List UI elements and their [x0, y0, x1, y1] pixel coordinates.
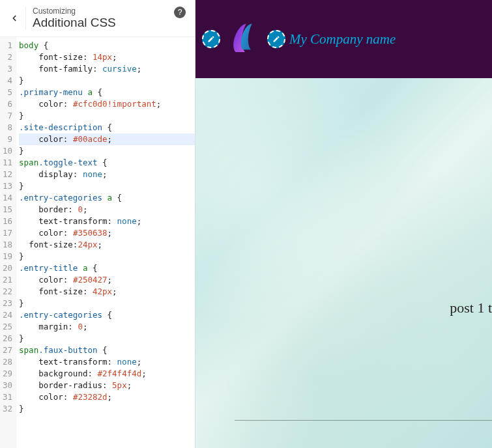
code-line[interactable]: margin: 0; [19, 321, 195, 333]
code-line[interactable]: } [19, 180, 195, 192]
code-line[interactable]: font-size: 42px; [19, 286, 195, 298]
post-divider [235, 420, 492, 421]
code-line[interactable]: font-size:24px; [19, 239, 195, 251]
code-line[interactable]: color: #23282d; [19, 391, 195, 403]
code-line[interactable]: span.toggle-text { [19, 157, 195, 169]
code-line[interactable]: } [19, 333, 195, 344]
line-gutter: 1234567891011121314151617181920212223242… [0, 37, 16, 448]
help-icon[interactable]: ? [174, 7, 186, 18]
code-line[interactable]: font-size: 14px; [19, 51, 195, 63]
code-line[interactable]: background: #2f4f4f4d; [19, 368, 195, 380]
panel-header: Customizing Additional CSS ? [0, 0, 195, 37]
code-line[interactable]: display: none; [19, 169, 195, 180]
site-title[interactable]: My Company name [289, 31, 396, 48]
code-line[interactable]: border-radius: 5px; [19, 380, 195, 391]
code-line[interactable]: body { [19, 40, 195, 51]
code-line[interactable]: } [19, 298, 195, 309]
code-lines[interactable]: body { font-size: 14px; font-family: cur… [16, 37, 195, 448]
code-line[interactable]: } [19, 251, 195, 262]
edit-shortcut-logo[interactable] [202, 30, 220, 48]
code-line[interactable]: .entry-categories a { [19, 192, 195, 204]
code-line[interactable]: color: #00acde; [19, 133, 195, 145]
code-line[interactable]: font-family: cursive; [19, 63, 195, 75]
code-line[interactable]: } [19, 75, 195, 87]
post-title[interactable]: post 1 t [450, 300, 492, 316]
code-line[interactable]: .site-description { [19, 122, 195, 133]
breadcrumb-label: Customizing [33, 7, 186, 16]
code-line[interactable]: text-transform: none; [19, 356, 195, 368]
edit-shortcut-title[interactable] [267, 30, 285, 48]
site-logo[interactable] [224, 20, 263, 59]
code-line[interactable]: border: 0; [19, 204, 195, 216]
code-line[interactable]: text-transform: none; [19, 216, 195, 227]
preview-body: post 1 t [195, 78, 492, 448]
back-button[interactable] [3, 7, 26, 30]
code-editor[interactable]: 1234567891011121314151617181920212223242… [0, 37, 195, 448]
code-line[interactable]: } [19, 110, 195, 122]
code-line[interactable]: } [19, 403, 195, 415]
code-line[interactable]: color: #cfc0d0!important; [19, 98, 195, 110]
site-preview: My Company name post 1 t [195, 0, 492, 448]
page-title: Additional CSS [33, 16, 186, 30]
preview-header: My Company name [195, 0, 492, 78]
code-line[interactable]: .entry-categories { [19, 309, 195, 321]
code-line[interactable]: .primary-menu a { [19, 87, 195, 98]
code-line[interactable]: color: #350638; [19, 227, 195, 239]
code-line[interactable]: color: #250427; [19, 274, 195, 286]
customizer-panel: Customizing Additional CSS ? 12345678910… [0, 0, 195, 448]
code-line[interactable]: .entry-title a { [19, 262, 195, 274]
code-line[interactable]: } [19, 145, 195, 157]
code-line[interactable]: span.faux-button { [19, 344, 195, 356]
